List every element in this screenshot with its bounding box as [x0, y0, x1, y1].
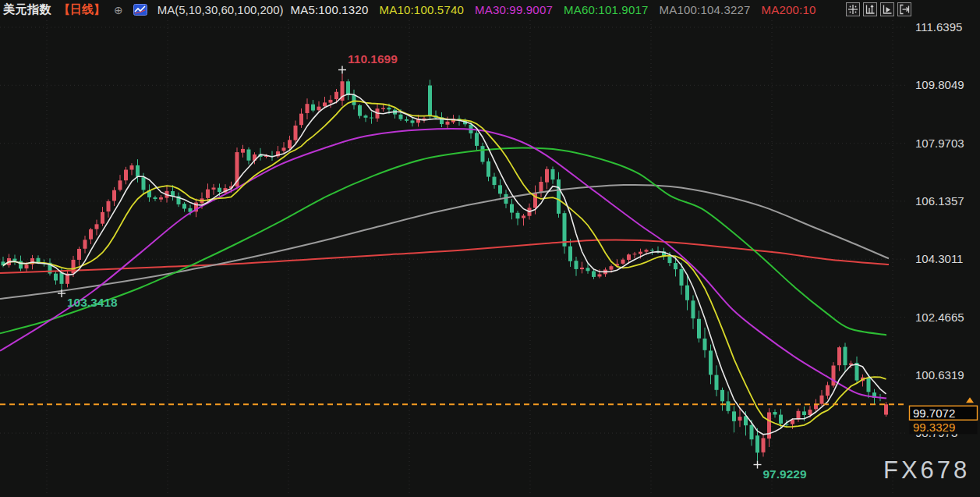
period-selector[interactable]: 【日线】	[58, 2, 105, 17]
ma-line-ma10	[3, 101, 886, 428]
y-axis-label: 104.3011	[915, 252, 963, 265]
y-axis[interactable]: 111.6395109.8049107.9703106.1357104.3011…	[915, 20, 964, 439]
ma-line-ma60	[0, 148, 886, 335]
price-annotation: 103.3418	[67, 296, 118, 309]
ma-lines	[0, 94, 889, 435]
y-axis-label: 102.4665	[915, 311, 964, 324]
last-price-value: 99.7072	[913, 406, 955, 420]
y-axis-label: 111.6395	[915, 20, 962, 34]
pop-out-icon[interactable]	[897, 2, 911, 16]
ma-value: MA5:100.1320	[291, 3, 369, 16]
add-indicator-icon[interactable]: ⊕	[114, 5, 123, 16]
ma-line-ma100	[0, 185, 889, 299]
ma-value: MA30:99.9007	[475, 3, 553, 16]
price-annotation: 110.1699	[348, 52, 398, 66]
ma-value: MA10:100.5740	[380, 3, 465, 16]
chart-play-icon[interactable]	[880, 2, 894, 16]
crosshair-icon[interactable]	[846, 2, 860, 16]
candlestick-chart[interactable]: 110.1699103.341897.9229111.6395109.80491…	[0, 0, 980, 497]
chart-window: 110.1699103.341897.9229111.6395109.80491…	[0, 0, 980, 497]
window-controls	[846, 2, 911, 16]
ma-line-ma5	[3, 94, 886, 435]
secondary-price-value: 99.3329	[913, 421, 955, 434]
y-axis-label: 106.1357	[915, 194, 964, 208]
chart-type-icon[interactable]	[133, 4, 147, 16]
symbol-title: 美元指数	[3, 2, 51, 17]
ma-line-ma200	[0, 240, 889, 273]
price-annotation: 97.9229	[763, 467, 807, 481]
y-axis-label: 107.9703	[915, 137, 964, 150]
y-axis-label: 109.8049	[915, 78, 964, 91]
y-axis-label: 100.6319	[915, 368, 964, 382]
ma-value: MA100:104.3227	[660, 3, 751, 16]
price-labels: 99.707299.3329	[910, 406, 978, 434]
price-arrow-icon	[966, 397, 974, 403]
ma-values: MA5:100.1320MA10:100.5740MA30:99.9007MA6…	[291, 3, 816, 16]
chart-scale-icon[interactable]	[863, 2, 877, 16]
watermark: FX678	[883, 456, 970, 484]
toolbar: 美元指数 【日线】 ⊕ MA(5,10,30,60,100,200) MA5:1…	[0, 0, 980, 20]
ma-value: MA200:10	[762, 3, 816, 16]
ma-value: MA60:101.9017	[564, 3, 649, 16]
ma-settings-label: MA(5,10,30,60,100,200)	[157, 3, 284, 16]
